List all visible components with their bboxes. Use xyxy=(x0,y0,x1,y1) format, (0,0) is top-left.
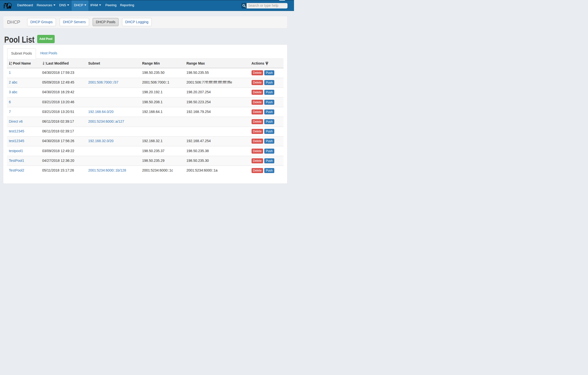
svg-text:Z: Z xyxy=(11,63,12,65)
svg-text:A: A xyxy=(11,62,12,63)
